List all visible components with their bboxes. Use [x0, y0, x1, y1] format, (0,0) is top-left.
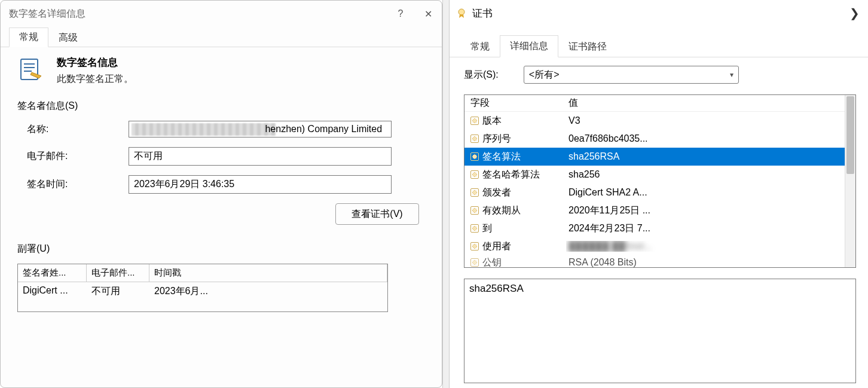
name-value: henzhen) Company Limited	[265, 124, 382, 134]
counter-row-time: 2023年6月...	[149, 282, 387, 301]
list-item[interactable]: 签名算法sha256RSA	[464, 148, 845, 166]
window-title-right: 证书	[472, 7, 493, 20]
field-value: RSA (2048 Bits)	[566, 257, 845, 267]
list-item[interactable]: 有效期从2020年11月25日 ...	[464, 201, 845, 219]
field-detail-box[interactable]: sha256RSA	[464, 279, 856, 383]
time-label: 签名时间:	[27, 178, 129, 191]
tabs-right: 常规 详细信息 证书路径	[450, 35, 868, 57]
tab-certpath-right[interactable]: 证书路径	[558, 35, 617, 57]
field-name: 公钥	[482, 256, 502, 268]
chevron-down-icon: ▾	[730, 71, 733, 79]
field-icon	[470, 224, 479, 233]
signature-info-status: 此数字签名正常。	[57, 73, 133, 85]
signer-info-group: 签名者信息(S) 名称: henzhen) Company Limited 电子…	[17, 100, 425, 225]
list-item[interactable]: 到2024年2月23日 7...	[464, 219, 845, 237]
close-button-right[interactable]: ❯	[841, 0, 868, 26]
close-icon: ✕	[424, 8, 432, 20]
list-item[interactable]: 序列号0ea7f686bc4035...	[464, 130, 845, 148]
counter-col-signer[interactable]: 签名者姓...	[18, 264, 87, 282]
field-name: 版本	[482, 115, 502, 127]
list-item[interactable]: 版本V3	[464, 112, 845, 130]
counter-row-signer: DigiCert ...	[18, 282, 87, 301]
certificate-window: 证书 ❯ 常规 详细信息 证书路径 显示(S): <所有> ▾	[450, 0, 868, 388]
field-value: ██████ ██hnol...	[566, 241, 845, 252]
close-button-left[interactable]: ✕	[414, 1, 442, 27]
certificate-medal-icon	[456, 7, 467, 19]
field-value: V3	[566, 115, 845, 126]
field-value: DigiCert SHA2 A...	[566, 187, 845, 198]
content-right: 显示(S): <所有> ▾ 字段 值 版本V3序列号0ea7f686bc4035…	[450, 57, 868, 388]
time-value: 2023年6月29日 3:46:35	[134, 179, 234, 189]
email-value-box[interactable]: 不可用	[129, 147, 392, 166]
table-row[interactable]: DigiCert ... 不可用 2023年6月...	[18, 282, 387, 301]
field-name: 签名哈希算法	[482, 169, 540, 181]
digital-signature-details-window: 数字签名详细信息 ? ✕ 常规 高级	[0, 0, 442, 388]
email-value: 不可用	[134, 151, 163, 161]
field-icon	[470, 206, 479, 215]
list-item[interactable]: 颁发者DigiCert SHA2 A...	[464, 184, 845, 201]
table-row	[18, 301, 387, 311]
field-value: 0ea7f686bc4035...	[566, 133, 845, 144]
fields-listbox[interactable]: 字段 值 版本V3序列号0ea7f686bc4035...签名算法sha256R…	[464, 94, 856, 268]
field-icon	[470, 258, 479, 267]
field-value: sha256	[566, 169, 845, 180]
countersign-table[interactable]: 签名者姓... 电子邮件... 时间戳 DigiCert ... 不可用 202…	[17, 264, 388, 312]
field-icon	[470, 242, 479, 250]
help-button[interactable]: ?	[387, 1, 414, 27]
field-icon	[470, 135, 479, 143]
tab-details-right[interactable]: 详细信息	[500, 35, 558, 57]
titlebar-right: 证书 ❯	[450, 0, 868, 26]
field-value: 2024年2月23日 7...	[566, 222, 845, 235]
window-gap	[442, 0, 450, 388]
field-detail-value: sha256RSA	[469, 283, 524, 294]
field-icon	[470, 152, 479, 161]
window-title-left: 数字签名详细信息	[9, 8, 85, 20]
field-value: sha256RSA	[566, 151, 845, 162]
field-value: 2020年11月25日 ...	[566, 204, 845, 217]
field-name: 有效期从	[482, 204, 521, 217]
countersign-group: 副署(U) 签名者姓... 电子邮件... 时间戳 DigiCert ... 不…	[17, 243, 425, 312]
tab-general-left[interactable]: 常规	[9, 28, 48, 47]
list-item[interactable]: 公钥RSA (2048 Bits)	[464, 255, 845, 267]
counter-row-email: 不可用	[87, 282, 149, 301]
show-combo-value: <所有>	[529, 69, 560, 81]
time-value-box[interactable]: 2023年6月29日 3:46:35	[129, 175, 392, 194]
list-item[interactable]: 签名哈希算法sha256	[464, 166, 845, 184]
list-col-field[interactable]: 字段	[464, 97, 566, 109]
view-certificate-button[interactable]: 查看证书(V)	[335, 203, 419, 225]
field-name: 使用者	[482, 240, 511, 253]
field-name: 颁发者	[482, 187, 511, 199]
name-label: 名称:	[27, 123, 129, 136]
titlebar-left: 数字签名详细信息 ? ✕	[1, 1, 442, 27]
show-label: 显示(S):	[464, 69, 499, 81]
name-value-box[interactable]: henzhen) Company Limited	[129, 121, 392, 138]
content-left: 数字签名信息 此数字签名正常。 签名者信息(S) 名称: henzhen) Co…	[1, 47, 442, 387]
list-header: 字段 值	[464, 95, 845, 112]
signer-info-legend: 签名者信息(S)	[17, 100, 78, 112]
field-name: 序列号	[482, 133, 511, 145]
counter-col-time[interactable]: 时间戳	[149, 264, 387, 282]
list-col-value[interactable]: 值	[566, 97, 845, 109]
field-icon	[470, 188, 479, 197]
list-item[interactable]: 使用者██████ ██hnol...	[464, 237, 845, 255]
counter-col-email[interactable]: 电子邮件...	[87, 264, 149, 282]
show-combo[interactable]: <所有> ▾	[524, 66, 739, 84]
countersign-legend: 副署(U)	[17, 243, 50, 255]
signature-info-title: 数字签名信息	[57, 56, 133, 69]
field-name: 签名算法	[482, 151, 521, 163]
certificate-icon	[17, 56, 44, 82]
field-icon	[470, 170, 479, 179]
field-name: 到	[482, 222, 492, 235]
field-icon	[470, 117, 479, 125]
email-label: 电子邮件:	[27, 150, 129, 163]
help-icon: ?	[398, 8, 404, 19]
tab-general-right[interactable]: 常规	[460, 35, 500, 57]
scrollbar[interactable]	[845, 95, 855, 267]
scrollbar-thumb[interactable]	[846, 96, 854, 174]
tab-advanced-left[interactable]: 高级	[48, 28, 88, 47]
svg-point-4	[459, 9, 464, 15]
tabs-left: 常规 高级	[1, 27, 442, 47]
